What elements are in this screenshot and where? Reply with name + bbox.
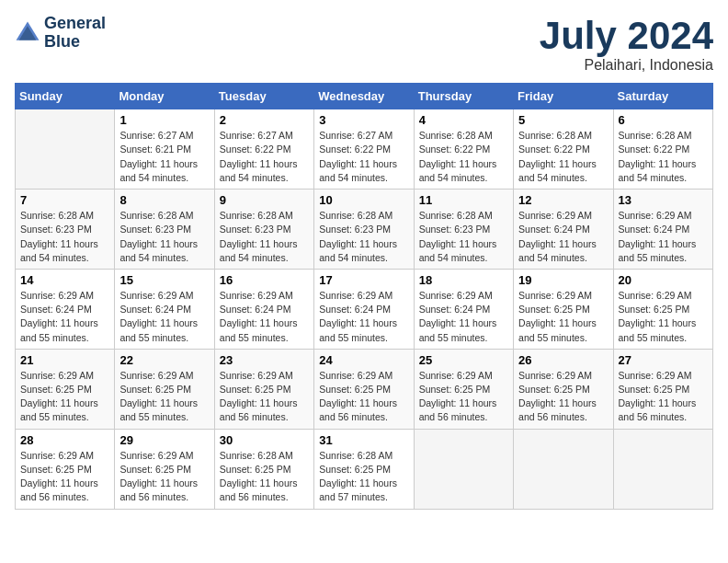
title-block: July 2024 Pelaihari, Indonesia: [540, 15, 713, 74]
calendar-cell: 3Sunrise: 6:27 AM Sunset: 6:22 PM Daylig…: [314, 109, 414, 190]
calendar-week-3: 21Sunrise: 6:29 AM Sunset: 6:25 PM Dayli…: [16, 349, 713, 429]
calendar-cell: 25Sunrise: 6:29 AM Sunset: 6:25 PM Dayli…: [414, 349, 513, 429]
day-info: Sunrise: 6:29 AM Sunset: 6:24 PM Dayligh…: [319, 289, 408, 345]
calendar-cell: 22Sunrise: 6:29 AM Sunset: 6:25 PM Dayli…: [115, 349, 214, 429]
calendar-cell: 5Sunrise: 6:28 AM Sunset: 6:22 PM Daylig…: [514, 109, 613, 190]
calendar-cell: 7Sunrise: 6:28 AM Sunset: 6:23 PM Daylig…: [16, 190, 115, 270]
location-subtitle: Pelaihari, Indonesia: [540, 57, 713, 74]
day-info: Sunrise: 6:27 AM Sunset: 6:22 PM Dayligh…: [220, 129, 309, 185]
day-number: 14: [20, 273, 109, 287]
day-info: Sunrise: 6:29 AM Sunset: 6:24 PM Dayligh…: [419, 289, 508, 345]
day-number: 20: [619, 273, 708, 287]
calendar-cell: 11Sunrise: 6:28 AM Sunset: 6:23 PM Dayli…: [414, 190, 513, 270]
day-info: Sunrise: 6:29 AM Sunset: 6:25 PM Dayligh…: [319, 369, 408, 425]
day-info: Sunrise: 6:29 AM Sunset: 6:25 PM Dayligh…: [518, 369, 608, 425]
day-number: 28: [20, 433, 109, 447]
day-number: 11: [419, 193, 508, 207]
day-info: Sunrise: 6:29 AM Sunset: 6:24 PM Dayligh…: [619, 209, 708, 265]
calendar-week-4: 28Sunrise: 6:29 AM Sunset: 6:25 PM Dayli…: [16, 429, 713, 509]
calendar-cell: [414, 429, 513, 509]
day-info: Sunrise: 6:28 AM Sunset: 6:25 PM Dayligh…: [220, 449, 309, 505]
header-tuesday: Tuesday: [214, 84, 313, 109]
day-info: Sunrise: 6:29 AM Sunset: 6:25 PM Dayligh…: [619, 289, 708, 345]
day-info: Sunrise: 6:29 AM Sunset: 6:24 PM Dayligh…: [119, 289, 209, 345]
calendar-cell: 23Sunrise: 6:29 AM Sunset: 6:25 PM Dayli…: [214, 349, 313, 429]
calendar-cell: 6Sunrise: 6:28 AM Sunset: 6:22 PM Daylig…: [613, 109, 712, 190]
day-number: 17: [319, 273, 408, 287]
day-number: 30: [220, 433, 309, 447]
day-info: Sunrise: 6:28 AM Sunset: 6:22 PM Dayligh…: [619, 129, 708, 185]
calendar-cell: 9Sunrise: 6:28 AM Sunset: 6:23 PM Daylig…: [214, 190, 313, 270]
calendar-cell: 1Sunrise: 6:27 AM Sunset: 6:21 PM Daylig…: [115, 109, 214, 190]
month-title: July 2024: [540, 15, 713, 57]
day-number: 23: [220, 353, 309, 367]
page-header: General Blue July 2024 Pelaihari, Indone…: [15, 15, 713, 74]
calendar-cell: [16, 109, 115, 190]
calendar-cell: 28Sunrise: 6:29 AM Sunset: 6:25 PM Dayli…: [16, 429, 115, 509]
calendar-cell: 12Sunrise: 6:29 AM Sunset: 6:24 PM Dayli…: [514, 190, 613, 270]
day-info: Sunrise: 6:29 AM Sunset: 6:25 PM Dayligh…: [119, 449, 209, 505]
day-number: 12: [518, 193, 608, 207]
calendar-cell: 4Sunrise: 6:28 AM Sunset: 6:22 PM Daylig…: [414, 109, 513, 190]
calendar-cell: [514, 429, 613, 509]
logo-line2: Blue: [44, 33, 106, 52]
header-sunday: Sunday: [16, 84, 115, 109]
day-number: 5: [518, 113, 608, 127]
calendar-cell: 24Sunrise: 6:29 AM Sunset: 6:25 PM Dayli…: [314, 349, 414, 429]
day-number: 7: [20, 193, 109, 207]
day-number: 19: [518, 273, 608, 287]
day-number: 9: [220, 193, 309, 207]
day-info: Sunrise: 6:29 AM Sunset: 6:25 PM Dayligh…: [20, 369, 109, 425]
day-number: 24: [319, 353, 408, 367]
day-info: Sunrise: 6:28 AM Sunset: 6:25 PM Dayligh…: [319, 449, 408, 505]
calendar-cell: 29Sunrise: 6:29 AM Sunset: 6:25 PM Dayli…: [115, 429, 214, 509]
calendar-cell: 27Sunrise: 6:29 AM Sunset: 6:25 PM Dayli…: [613, 349, 712, 429]
calendar-cell: 14Sunrise: 6:29 AM Sunset: 6:24 PM Dayli…: [16, 269, 115, 349]
day-info: Sunrise: 6:29 AM Sunset: 6:24 PM Dayligh…: [20, 289, 109, 345]
calendar-cell: 21Sunrise: 6:29 AM Sunset: 6:25 PM Dayli…: [16, 349, 115, 429]
calendar-cell: 15Sunrise: 6:29 AM Sunset: 6:24 PM Dayli…: [115, 269, 214, 349]
day-number: 18: [419, 273, 508, 287]
day-number: 3: [319, 113, 408, 127]
calendar-cell: 13Sunrise: 6:29 AM Sunset: 6:24 PM Dayli…: [613, 190, 712, 270]
calendar-cell: 30Sunrise: 6:28 AM Sunset: 6:25 PM Dayli…: [214, 429, 313, 509]
header-friday: Friday: [514, 84, 613, 109]
calendar-cell: 2Sunrise: 6:27 AM Sunset: 6:22 PM Daylig…: [214, 109, 313, 190]
day-info: Sunrise: 6:29 AM Sunset: 6:25 PM Dayligh…: [619, 369, 708, 425]
day-info: Sunrise: 6:28 AM Sunset: 6:23 PM Dayligh…: [220, 209, 309, 265]
day-number: 21: [20, 353, 109, 367]
day-number: 16: [220, 273, 309, 287]
day-info: Sunrise: 6:29 AM Sunset: 6:25 PM Dayligh…: [220, 369, 309, 425]
calendar-cell: 18Sunrise: 6:29 AM Sunset: 6:24 PM Dayli…: [414, 269, 513, 349]
day-info: Sunrise: 6:29 AM Sunset: 6:24 PM Dayligh…: [518, 209, 608, 265]
day-info: Sunrise: 6:28 AM Sunset: 6:22 PM Dayligh…: [518, 129, 608, 185]
calendar-cell: 16Sunrise: 6:29 AM Sunset: 6:24 PM Dayli…: [214, 269, 313, 349]
day-info: Sunrise: 6:28 AM Sunset: 6:23 PM Dayligh…: [419, 209, 508, 265]
calendar-cell: 20Sunrise: 6:29 AM Sunset: 6:25 PM Dayli…: [613, 269, 712, 349]
calendar-cell: 8Sunrise: 6:28 AM Sunset: 6:23 PM Daylig…: [115, 190, 214, 270]
day-info: Sunrise: 6:29 AM Sunset: 6:25 PM Dayligh…: [119, 369, 209, 425]
header-wednesday: Wednesday: [314, 84, 414, 109]
calendar-cell: 10Sunrise: 6:28 AM Sunset: 6:23 PM Dayli…: [314, 190, 414, 270]
day-number: 29: [119, 433, 209, 447]
day-info: Sunrise: 6:27 AM Sunset: 6:22 PM Dayligh…: [319, 129, 408, 185]
day-info: Sunrise: 6:28 AM Sunset: 6:23 PM Dayligh…: [119, 209, 209, 265]
day-number: 22: [119, 353, 209, 367]
day-info: Sunrise: 6:28 AM Sunset: 6:23 PM Dayligh…: [20, 209, 109, 265]
calendar-cell: 26Sunrise: 6:29 AM Sunset: 6:25 PM Dayli…: [514, 349, 613, 429]
day-number: 2: [220, 113, 309, 127]
day-info: Sunrise: 6:29 AM Sunset: 6:25 PM Dayligh…: [518, 289, 608, 345]
day-number: 8: [119, 193, 209, 207]
day-info: Sunrise: 6:28 AM Sunset: 6:23 PM Dayligh…: [319, 209, 408, 265]
calendar-cell: [613, 429, 712, 509]
calendar-week-1: 7Sunrise: 6:28 AM Sunset: 6:23 PM Daylig…: [16, 190, 713, 270]
day-number: 26: [518, 353, 608, 367]
day-number: 27: [619, 353, 708, 367]
day-number: 6: [619, 113, 708, 127]
day-info: Sunrise: 6:27 AM Sunset: 6:21 PM Dayligh…: [119, 129, 209, 185]
logo-text: General Blue: [44, 15, 106, 52]
day-info: Sunrise: 6:29 AM Sunset: 6:25 PM Dayligh…: [20, 449, 109, 505]
calendar-table: SundayMondayTuesdayWednesdayThursdayFrid…: [15, 83, 713, 509]
day-info: Sunrise: 6:29 AM Sunset: 6:25 PM Dayligh…: [419, 369, 508, 425]
day-number: 4: [419, 113, 508, 127]
